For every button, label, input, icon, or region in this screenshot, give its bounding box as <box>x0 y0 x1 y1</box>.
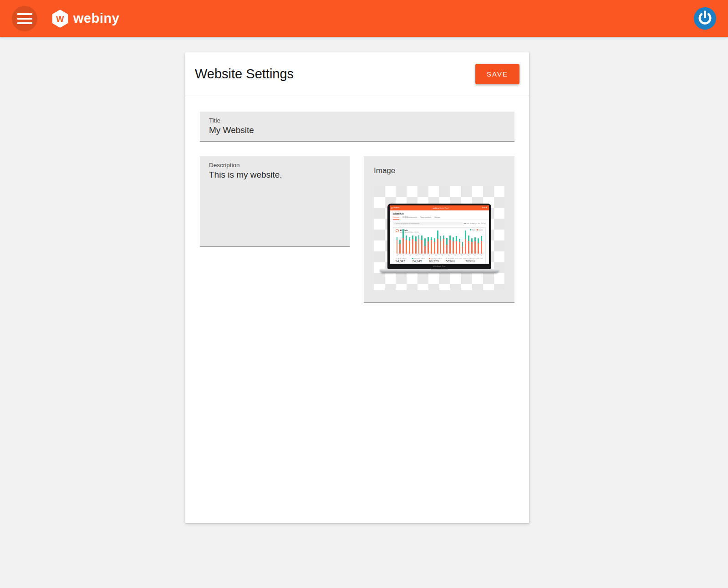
preview-x-tick: Jul <box>468 255 469 256</box>
preview-bar <box>471 238 473 254</box>
webiny-brand: W webiny <box>51 10 119 28</box>
preview-calendar-icon <box>464 223 466 225</box>
laptop-mockup-image: ≡ Projects webiny Control Panel Sven A S… <box>380 204 499 273</box>
preview-stat: SAVED API CALLS24,945 <box>412 258 429 263</box>
preview-search-row: ⌕ Search for projects or environments La… <box>390 220 489 227</box>
preview-bar <box>415 236 417 254</box>
preview-x-tick: Jul <box>461 255 463 256</box>
image-upload-preview[interactable]: ≡ Projects webiny Control Panel Sven A S… <box>374 186 504 290</box>
preview-brand: webiny Control Panel <box>433 207 448 209</box>
preview-bar <box>434 238 435 254</box>
preview-stat-label: API AVERAGE RESPONSE TIME <box>446 258 465 259</box>
preview-chart-legend: SaveCache <box>470 229 483 231</box>
preview-bar <box>456 236 457 254</box>
preview-x-tick: Jul <box>422 255 423 256</box>
description-field-label: Description <box>209 162 341 169</box>
card-body: Title Description This is my website. Im… <box>185 96 529 303</box>
hamburger-menu-button[interactable] <box>12 6 37 31</box>
image-field-label: Image <box>374 166 504 175</box>
preview-card-header: API Calls Last 30 days (24 Jun - 24 Jul)… <box>396 229 483 234</box>
app-top-bar: W webiny <box>0 0 728 37</box>
laptop-base <box>380 269 499 273</box>
description-field: Description This is my website. <box>200 156 350 247</box>
preview-bar <box>431 237 432 254</box>
preview-stat: AVG PEAK RESPONSE TIME769ms <box>465 258 483 263</box>
preview-stat-value: 69,379 <box>429 260 446 263</box>
image-field: Image ≡ Projects webiny Contr <box>364 156 514 303</box>
preview-x-tick: Jul <box>397 255 398 256</box>
preview-api-icon <box>396 229 399 232</box>
preview-nav-left: Projects <box>393 207 399 209</box>
preview-bar <box>402 229 404 254</box>
preview-bar <box>443 235 444 254</box>
preview-bar <box>428 237 429 254</box>
preview-x-tick: Jul <box>448 255 449 256</box>
title-field: Title <box>200 112 514 142</box>
preview-dashboard-topbar: ≡ Projects webiny Control Panel Sven A <box>390 205 489 210</box>
preview-x-tick: Jul <box>435 255 437 256</box>
laptop-screen: ≡ Projects webiny Control Panel Sven A S… <box>390 205 489 264</box>
preview-bar <box>412 235 413 254</box>
preview-bar <box>418 235 420 254</box>
preview-x-tick: Jul <box>480 255 482 256</box>
title-input[interactable] <box>209 125 505 135</box>
stat-dot <box>412 258 413 259</box>
preview-bar <box>459 239 460 254</box>
brand-wordmark: webiny <box>73 12 119 25</box>
preview-bar <box>446 238 448 254</box>
preview-stat-label: AVG PEAK RESPONSE TIME <box>465 258 483 259</box>
preview-bar <box>409 237 410 254</box>
preview-x-tick: Jul <box>429 255 430 256</box>
preview-x-tick: Jul <box>409 255 411 256</box>
preview-search-input: ⌕ Search for projects or environments <box>393 222 463 225</box>
preview-bar <box>440 236 442 254</box>
preview-bar <box>406 235 407 254</box>
webiny-logo-icon: W <box>51 10 69 28</box>
preview-chart-xaxis: JulJulJulJulJulJulJulJulJulJulJulJulJulJ… <box>397 254 482 256</box>
preview-tab: Team members <box>420 216 431 220</box>
save-button[interactable]: SAVE <box>475 64 519 84</box>
device-label: MacBook Pro <box>387 265 491 267</box>
preview-search-icon: ⌕ <box>394 223 395 225</box>
preview-x-tick: Jul <box>442 255 443 256</box>
preview-bar <box>478 238 479 254</box>
preview-stat: API AVERAGE RESPONSE TIME563ms <box>446 258 465 263</box>
preview-legend-item: Save <box>470 229 475 231</box>
preview-tab: Settings <box>434 216 440 220</box>
legend-dot <box>477 229 478 230</box>
description-textarea[interactable]: This is my website. <box>209 170 341 238</box>
preview-date-range: Last 30 days (24 Jun - 24 Jul) <box>464 223 486 225</box>
preview-stat-label: CACHE API CALLS <box>429 258 446 259</box>
preview-bar <box>462 242 463 254</box>
preview-x-tick: Jul <box>454 255 456 256</box>
stat-dot <box>429 258 430 259</box>
fields-row: Description This is my website. Image ≡ … <box>200 156 514 303</box>
hamburger-icon <box>17 13 32 15</box>
preview-stat-value: 563ms <box>446 260 465 263</box>
preview-hamburger-icon: ≡ <box>392 207 393 209</box>
user-avatar[interactable] <box>694 7 716 30</box>
preview-stat-label: SAVED API CALLS <box>412 258 429 259</box>
preview-bar <box>399 240 401 254</box>
title-field-label: Title <box>209 117 505 124</box>
preview-bar <box>481 236 482 254</box>
power-avatar-icon <box>694 7 716 30</box>
preview-bar <box>397 237 398 254</box>
legend-dot <box>470 229 471 230</box>
preview-tabs: OverviewCI/CD EnvironmentsTeam membersSe… <box>390 216 489 220</box>
preview-bar <box>465 230 466 254</box>
preview-bar <box>474 237 476 254</box>
preview-nav-right: Sven A <box>482 207 487 209</box>
preview-x-tick: Jul <box>416 255 417 256</box>
svg-text:W: W <box>56 14 64 23</box>
preview-bar <box>468 235 469 254</box>
preview-bar <box>421 235 423 254</box>
preview-legend-item: Cache <box>477 229 483 231</box>
preview-bar <box>449 235 451 254</box>
preview-bar <box>453 237 454 254</box>
preview-bar-chart <box>397 235 482 254</box>
preview-x-tick: Jul <box>474 255 475 256</box>
preview-stat: TOTAL API CALLS94,342 <box>396 258 412 263</box>
preview-bar <box>424 238 426 254</box>
card-header: Website Settings SAVE <box>185 52 529 96</box>
